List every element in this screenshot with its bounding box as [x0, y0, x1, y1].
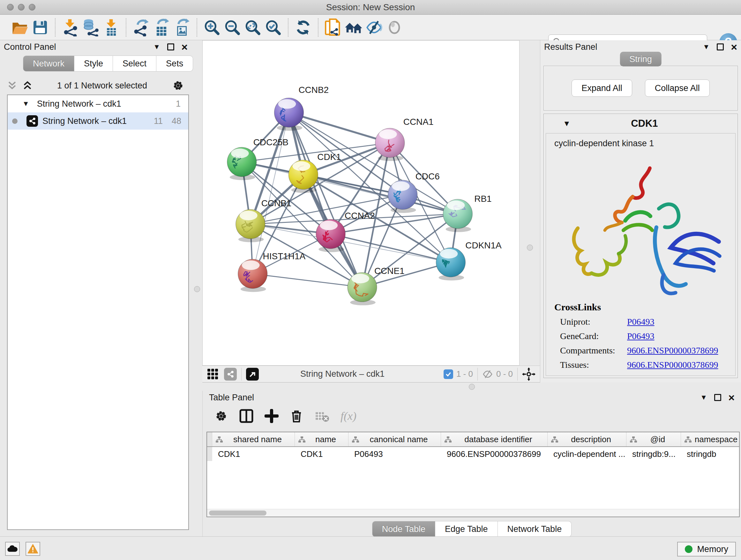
collapse-all-tree-icon[interactable] — [7, 81, 17, 90]
export-image-button[interactable] — [172, 17, 192, 38]
network-row[interactable]: String Network – cdk1 11 48 — [8, 112, 188, 130]
protein-entry-header[interactable]: ▼ CDK1 — [544, 114, 738, 133]
column-header-databaseidentifier[interactable]: database identifier — [441, 432, 548, 446]
save-session-button[interactable] — [30, 17, 51, 38]
node-HIST1H1A[interactable]: HIST1H1A — [238, 251, 306, 292]
tab-edge-table[interactable]: Edge Table — [435, 521, 498, 537]
column-header-namespace[interactable]: namespace — [681, 432, 740, 446]
column-header-sharedname[interactable]: shared name — [212, 432, 295, 446]
collapse-all-button[interactable]: Collapse All — [645, 79, 710, 97]
import-network-from-database-button[interactable] — [80, 17, 101, 38]
control-panel-close-button[interactable]: × — [181, 44, 188, 51]
cell-canonicalname[interactable]: P06493 — [348, 447, 441, 461]
cell-description[interactable]: cyclin-dependent ... — [548, 447, 626, 461]
refresh-button[interactable] — [293, 17, 313, 38]
tab-select[interactable]: Select — [113, 56, 156, 71]
zoom-out-button[interactable] — [222, 17, 243, 38]
table-panel-float-button[interactable] — [714, 394, 721, 401]
share-document-button[interactable] — [323, 17, 343, 38]
network-canvas[interactable]: CCNB2CCNA1CDC25BCDK1CDC6RB1CCNB1CCNA2CDK… — [202, 40, 520, 366]
crosslink-link[interactable]: 9606.ENSP00000378699 — [627, 360, 718, 370]
zoom-selected-button[interactable] — [263, 17, 283, 38]
gear-icon[interactable] — [172, 79, 185, 92]
node-CDC25B[interactable]: CDC25B — [227, 137, 288, 180]
cell-databaseidentifier[interactable]: 9606.ENSP00000378699 — [441, 447, 548, 461]
cell-namespace[interactable]: stringdb — [681, 447, 740, 461]
warning-status-button[interactable] — [25, 542, 40, 556]
delete-column-icon[interactable] — [289, 409, 304, 423]
crosslink-link[interactable]: P06493 — [627, 374, 655, 376]
control-panel-menu-button[interactable]: ▼ — [153, 43, 160, 51]
network-collection-row[interactable]: ▼ String Network – cdk1 1 — [8, 95, 188, 112]
add-column-icon[interactable] — [265, 409, 279, 423]
export-network-button[interactable] — [131, 17, 151, 38]
column-header-name[interactable]: name — [295, 432, 348, 446]
tab-string[interactable]: String — [620, 52, 662, 66]
database-import-icon — [82, 18, 99, 37]
expand-all-button[interactable]: Expand All — [571, 79, 632, 97]
table-settings-gear-icon[interactable] — [214, 409, 228, 423]
close-window-button[interactable] — [7, 4, 14, 10]
horizontal-splitter-handle[interactable] — [469, 384, 475, 390]
table-scrollbar-thumb[interactable] — [209, 510, 266, 516]
minimize-window-button[interactable] — [18, 4, 24, 10]
column-header-canonicalname[interactable]: canonical name — [348, 432, 441, 446]
import-table-button[interactable] — [101, 17, 121, 38]
results-panel-menu-button[interactable]: ▼ — [703, 43, 710, 51]
cell-name[interactable]: CDK1 — [295, 447, 348, 461]
node-CCNA1[interactable]: CCNA1 — [375, 117, 434, 161]
hide-unhide-button[interactable] — [364, 17, 384, 38]
collection-expander-icon[interactable]: ▼ — [22, 100, 29, 108]
node-table: shared namenamecanonical namedatabase id… — [206, 432, 740, 517]
results-panel-close-button[interactable]: × — [731, 44, 737, 51]
row-header-strip — [207, 447, 212, 461]
column-header-description[interactable]: description — [548, 432, 626, 446]
show-columns-icon[interactable] — [239, 409, 254, 423]
grid-view-icon[interactable] — [207, 368, 219, 380]
tab-style[interactable]: Style — [74, 56, 113, 71]
import-network-button[interactable] — [60, 17, 80, 38]
birds-eye-toggle-icon[interactable] — [522, 368, 536, 381]
tab-network-table[interactable]: Network Table — [498, 521, 572, 537]
table-horizontal-scrollbar[interactable] — [207, 509, 739, 516]
crosslink-link[interactable]: 9606.ENSP00000378699 — [627, 346, 718, 356]
left-splitter-handle[interactable] — [194, 286, 200, 292]
maximize-window-button[interactable] — [29, 4, 36, 10]
table-row[interactable]: CDK1CDK1P064939606.ENSP00000378699cyclin… — [207, 447, 739, 461]
detach-view-button[interactable] — [246, 368, 259, 381]
expand-all-tree-icon[interactable] — [22, 81, 32, 90]
cell-sharedname[interactable]: CDK1 — [212, 447, 295, 461]
horizontal-splitter[interactable] — [202, 382, 741, 391]
cell-id[interactable]: stringdb:9... — [626, 447, 681, 461]
network-share-icon[interactable] — [224, 368, 237, 381]
open-session-button[interactable] — [10, 17, 30, 38]
right-splitter-handle[interactable] — [527, 245, 533, 251]
export-table-button[interactable] — [151, 17, 172, 38]
tab-node-table[interactable]: Node Table — [372, 521, 435, 537]
zoom-in-button[interactable] — [202, 17, 222, 38]
control-panel-float-button[interactable] — [167, 44, 174, 51]
node-CDKN1A[interactable]: CDKN1A — [436, 240, 502, 281]
crosslink-label: Pharos: — [560, 374, 627, 376]
node-CCNB1[interactable]: CCNB1 — [236, 198, 292, 242]
column-type-icon — [215, 436, 223, 443]
right-splitter[interactable] — [520, 40, 540, 366]
node-RB1[interactable]: RB1 — [443, 194, 491, 232]
selected-checkbox-icon[interactable] — [444, 369, 453, 379]
tab-network[interactable]: Network — [23, 56, 74, 71]
table-panel-menu-button[interactable]: ▼ — [700, 393, 707, 401]
edge-HIST1H1A-CCNE1 — [253, 274, 362, 287]
left-splitter[interactable] — [192, 40, 202, 382]
show-graphics-button[interactable] — [384, 17, 405, 38]
results-panel-float-button[interactable] — [717, 44, 724, 51]
column-header-id[interactable]: @id — [626, 432, 681, 446]
memory-button[interactable]: Memory — [677, 542, 736, 557]
zoom-fit-button[interactable] — [243, 17, 263, 38]
crosslink-link[interactable]: P06493 — [627, 317, 655, 327]
crosslink-link[interactable]: P06493 — [627, 331, 655, 341]
tab-sets[interactable]: Sets — [156, 56, 193, 71]
table-panel-close-button[interactable]: × — [728, 394, 735, 401]
homes-button[interactable] — [343, 17, 364, 38]
column-label: database identifier — [464, 435, 532, 444]
cloud-status-button[interactable] — [5, 542, 20, 556]
